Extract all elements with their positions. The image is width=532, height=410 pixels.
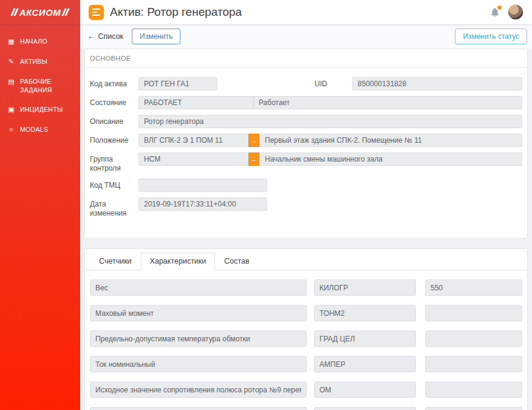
incident-icon: ▣ [7,105,15,114]
tab-characteristics[interactable]: Характеристики [141,253,216,270]
sidebar: ▦ НАЧАЛО ✎ АКТИВЫ ▤ РАБОЧИЕ ЗАДАНИЯ ▣ ИН… [0,24,80,410]
characteristic-value-input[interactable] [425,330,522,347]
sidebar-item-modals[interactable]: ≡ MODALS [0,120,80,140]
tab-counters[interactable]: Счетчики [90,253,141,270]
description-label: Описание [90,115,138,126]
field-row-tmc-code: Код ТМЦ [90,179,522,192]
characteristic-value-input[interactable] [425,381,522,398]
characteristic-row [85,305,527,321]
characteristic-unit-input[interactable] [314,381,416,398]
user-avatar[interactable] [508,4,523,20]
characteristic-row [85,356,527,372]
characteristic-row [85,381,527,398]
characteristic-unit-input[interactable] [314,407,416,410]
field-row-state: Состояние [90,96,522,109]
sidebar-item-label: НАЧАЛО [20,37,47,46]
sidebar-item-incidents[interactable]: ▣ ИНЦИДЕНТЫ [0,100,80,120]
characteristic-unit-input[interactable] [314,356,416,372]
sidebar-item-home[interactable]: ▦ НАЧАЛО [0,32,80,52]
state-field-group [138,96,522,109]
logo-slashes-left-icon [12,9,17,16]
main-content: ← Список Изменить Изменить статус ОСНОВН… [80,24,532,410]
change-status-button[interactable]: Изменить статус [455,29,527,45]
description-input[interactable] [138,115,522,128]
characteristic-name-input[interactable] [90,305,307,321]
uid-input[interactable] [352,77,522,91]
characteristic-value-input[interactable] [425,407,522,410]
page-title: Актив: Ротор генератора [110,5,242,19]
state-text-input[interactable] [253,96,522,109]
grid-icon: ▦ [7,37,15,46]
characteristic-row [85,407,527,410]
header-bar: Актив: Ротор генератора [80,0,532,24]
characteristic-unit-input[interactable] [314,330,416,347]
characteristic-name-input[interactable] [90,381,307,398]
characteristic-name-input[interactable] [90,407,307,410]
location-code-input[interactable] [138,134,249,147]
tab-composition[interactable]: Состав [215,253,258,270]
asset-code-label: Код актива [90,77,138,89]
sidebar-item-label: АКТИВЫ [20,57,47,66]
stack-icon: ≡ [7,125,15,134]
characteristic-row [85,279,527,296]
brand-logo: АКСИОМ [0,0,80,24]
arrow-left-icon: ← [87,32,95,41]
control-group-code-input[interactable] [138,152,249,166]
location-text-input[interactable] [259,134,522,147]
details-panel: Счетчики Характеристики Состав [84,248,528,410]
section-title: ОСНОВНОЕ [85,49,527,68]
sidebar-item-work-orders[interactable]: ▤ РАБОЧИЕ ЗАДАНИЯ [0,72,80,100]
control-group-label: Группа контроля [90,152,138,173]
tab-bar: Счетчики Характеристики Состав [85,249,527,270]
characteristic-name-input[interactable] [90,330,307,347]
characteristics-list [85,279,527,410]
control-group-lookup-button[interactable]: – [248,152,259,166]
topbar: АКСИОМ Актив: Ротор генератора [0,0,532,24]
tmc-code-input[interactable] [138,179,267,192]
main-section-body: Код актива UID Состояние Описание [85,68,527,238]
characteristic-row [85,330,527,347]
main-section-panel: ОСНОВНОЕ Код актива UID Состояние О [84,49,528,239]
notification-badge [497,5,502,10]
toolbar: ← Список Изменить Изменить статус [80,24,532,49]
location-label: Положение [90,134,138,145]
sidebar-item-assets[interactable]: ✎ АКТИВЫ [0,52,80,72]
app-window: АКСИОМ Актив: Ротор генератора ▦ НАЧАЛО [0,0,532,410]
edit-button[interactable]: Изменить [132,29,180,45]
logo-text: АКСИОМ [19,7,61,18]
field-row-location: Положение – [90,134,522,147]
control-group-field-group: – [138,152,522,166]
characteristic-unit-input[interactable] [314,305,416,321]
location-lookup-button[interactable]: – [248,134,259,147]
header-actions [489,4,523,20]
characteristic-name-input[interactable] [90,279,307,296]
field-row-description: Описание [90,115,522,128]
state-code-input[interactable] [138,96,254,109]
back-to-list-link[interactable]: ← Список [85,31,126,42]
sidebar-item-label: РАБОЧИЕ ЗАДАНИЯ [20,77,73,94]
state-label: Состояние [90,96,138,108]
logo-slashes-right-icon [63,9,68,16]
notifications-bell-icon[interactable] [489,7,500,18]
asset-code-input[interactable] [138,77,217,91]
pencil-icon: ✎ [7,57,15,66]
briefcase-icon: ▤ [7,77,15,86]
modified-date-input[interactable] [138,197,267,211]
field-row-asset-code: Код актива UID [90,77,522,91]
location-field-group: – [138,134,522,147]
field-row-modified-date: Дата изменения [90,197,522,218]
control-group-text-input[interactable] [259,152,522,166]
characteristic-value-input[interactable] [425,356,522,372]
back-label: Список [98,32,124,41]
sidebar-item-label: ИНЦИДЕНТЫ [20,105,63,114]
modified-date-label: Дата изменения [90,197,138,218]
field-row-control-group: Группа контроля – [90,152,522,173]
characteristic-value-input[interactable] [425,305,522,321]
uid-label: UID [315,77,352,89]
characteristic-value-input[interactable] [425,279,522,296]
characteristic-unit-input[interactable] [314,279,416,296]
tmc-code-label: Код ТМЦ [90,179,138,190]
page-icon [89,5,104,20]
sidebar-item-label: MODALS [20,125,48,134]
characteristic-name-input[interactable] [90,356,307,372]
